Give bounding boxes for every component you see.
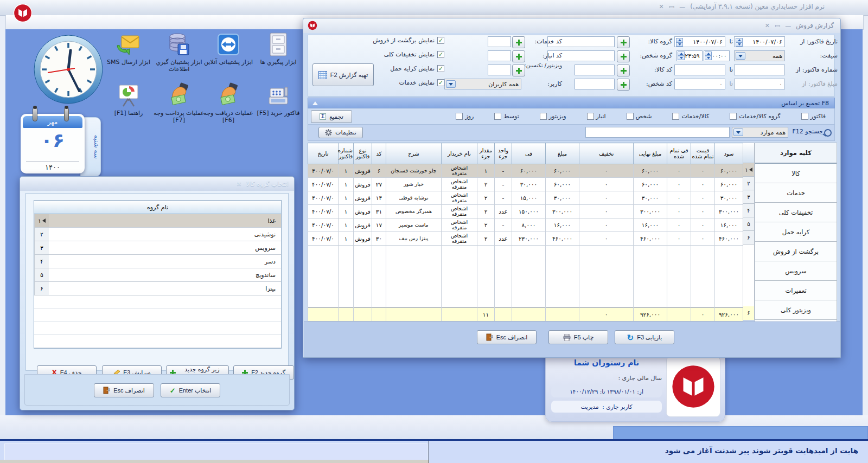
table-row[interactable]: ۳۰۰,۰۰۰۰۰۳۰۰,۰۰۰۰۳۰۰,۰۰۰۱۵۰,۰۰۰عدد۲اشخاص… [308,205,743,218]
aggregate-option-6[interactable]: توسط [494,113,519,120]
column-header[interactable]: فی [512,143,546,164]
checkbox-checked-icon[interactable] [437,79,444,86]
collapse-icon[interactable] [312,101,318,105]
table-row[interactable]: ۶۰,۰۰۰۰۰۶۰,۰۰۰۰۶۰,۰۰۰۶۰,۰۰۰-۱اشخاص متفرق… [308,164,743,178]
column-header[interactable]: واحد جزء [495,143,512,164]
checkbox-icon[interactable] [494,113,501,120]
table-row[interactable]: ۱۶,۰۰۰۰۰۱۶,۰۰۰۰۱۶,۰۰۰۸,۰۰۰-۲اشخاص متفرقه… [308,218,743,232]
row-number[interactable]: ۵ [743,217,755,231]
refresh-button[interactable]: بازیابی F3↻ [615,330,674,344]
sidebar-item-8[interactable]: ویزیتور کلی [755,300,837,320]
aggregate-option-1[interactable]: گروه کالا/خدمات [730,113,781,120]
aggregate-header[interactable]: F8 تجمیع بر اساس [308,98,835,108]
desktop-icon-pay-money[interactable]: عملیات پرداخت وجه [F7] [153,82,205,124]
cancel-button[interactable]: انصراف Esc [477,330,537,344]
checkbox-checked-icon[interactable] [437,65,444,72]
group-row-3[interactable]: دسر۴ [34,255,281,268]
desktop-icon-receive-money[interactable]: عملیات دریافت وجه [F6] [202,82,254,124]
column-header[interactable]: کد [372,143,386,164]
add-warehouse-button[interactable] [512,50,525,62]
column-header[interactable]: سود [715,143,743,164]
column-header[interactable]: مبلغ نهایی [634,143,667,164]
desktop-icon-sms[interactable]: ابزار ارسال SMS [103,31,155,66]
user-select[interactable]: همه کاربران [444,79,521,89]
row-number[interactable]: ۶ [743,231,755,245]
help-board-icon[interactable] [103,82,155,108]
aggregate-option-0[interactable]: فاکتور [801,113,826,120]
column-header[interactable]: شرح [386,143,442,164]
settings-button[interactable]: تنظیمات [318,127,363,138]
column-header[interactable]: نام خریدار [442,143,477,164]
amount-from-field[interactable]: ۰ [734,79,785,89]
checkbox-checked-icon[interactable] [437,51,444,58]
row-number[interactable]: ۱ [743,163,755,177]
close-icon[interactable]: ✕ [765,22,770,29]
time-from-field[interactable]: ۰۰:۰۰ [704,50,730,61]
minimize-icon[interactable]: — [785,22,791,29]
date-to-field[interactable]: ۱۴۰۰/۰۷/۰۶ [674,36,725,47]
sidebar-item-0[interactable]: کلیه موارد [755,143,837,164]
print-button[interactable]: چاپ F5 [548,330,608,344]
checkbox-icon[interactable] [672,113,679,120]
column-header[interactable]: تخفیف [579,143,634,164]
item-code-field[interactable] [575,65,615,75]
aggregate-button[interactable]: تجمیعΣ [311,110,352,123]
cash-register-icon[interactable] [252,82,304,108]
add-visitor-button[interactable] [512,65,525,76]
checkbox-icon[interactable] [540,113,547,120]
report-table[interactable]: سودقیمت تمام شدهفی تمام شدهمبلغ نهاییتخف… [308,143,743,321]
row-number[interactable]: ۲ [743,177,755,190]
date-from-field[interactable]: ۱۴۰۰/۰۷/۰۶ [734,36,785,47]
scrollbar-thumb[interactable] [613,426,868,440]
column-header[interactable]: فی تمام شده [667,143,691,164]
desktop-icon-file-cabinet[interactable]: ابزار پیگیري ها [252,31,304,66]
receive-money-icon[interactable] [202,82,254,108]
group-list[interactable]: نام گروه غذا۱نوشیدنی۲سرویس۳دسر۴ساندویچ۵پ… [34,200,282,349]
group-row-1[interactable]: نوشیدنی۲ [34,228,281,241]
column-header[interactable]: نوع فاکتور [354,143,372,164]
checkbox-icon[interactable] [627,113,634,120]
column-header[interactable]: قیمت تمام شده [691,143,715,164]
online-support-icon[interactable] [202,31,254,57]
desktop-icon-online-support[interactable]: ابزار پشتیبانی آنلاین [202,31,254,66]
checkbox-icon[interactable] [730,113,737,120]
amount-to-field[interactable]: ۰ [674,79,725,89]
add-service-code-button[interactable] [512,36,525,48]
sidebar-item-7[interactable]: تعمیرات [755,281,837,300]
group-row-4[interactable]: ساندویچ۵ [34,268,281,282]
warehouse-code-field[interactable] [488,50,511,61]
aggregate-option-7[interactable]: روز [456,113,474,120]
time-to-field[interactable]: ۲۳:۵۹ [676,50,703,61]
checkbox-icon[interactable] [456,113,463,120]
invoice-to-field[interactable] [674,65,725,75]
column-header[interactable]: مقدار جزء [477,143,495,164]
sidebar-item-4[interactable]: کرایه حمل [755,222,837,242]
aggregate-option-5[interactable]: ویزیتور [540,113,566,120]
sidebar-item-6[interactable]: سرویس [755,261,837,281]
group-row-5[interactable]: پیتزا۶ [34,282,281,295]
minimize-icon[interactable]: — [679,3,685,10]
dialog-cancel-button[interactable]: انصراف Esc [94,383,154,397]
desktop-icon-cash-register[interactable]: فاکتور خرید [F5] [252,82,304,117]
maximize-icon[interactable]: ▭ [669,3,674,10]
checkbox-icon[interactable] [587,113,594,120]
column-header[interactable]: مبلغ [546,143,579,164]
checkbox-icon[interactable] [801,113,808,120]
add-person-code-button[interactable] [617,79,630,91]
group-row-0[interactable]: غذا۱ [34,214,281,228]
shift-select[interactable]: همه [734,50,785,61]
show-option-1[interactable]: نمایش تخفیفات کلی [358,49,444,59]
sms-icon[interactable] [103,31,155,57]
table-row[interactable]: ۶۰,۰۰۰۰۰۶۰,۰۰۰۰۶۰,۰۰۰۳۰,۰۰۰-۲اشخاص متفرق… [308,178,743,191]
add-person-group-button[interactable] [617,50,630,62]
file-cabinet-icon[interactable] [252,31,304,57]
close-icon[interactable]: ✕ [659,3,664,10]
group-row-2[interactable]: سرویس۳ [34,241,281,255]
show-option-2[interactable]: نمایش کرایه حمل [358,63,444,73]
sidebar-item-1[interactable]: کالا [755,164,837,183]
dialog-select-button[interactable]: انتخاب Enter✓ [161,383,220,397]
row-number[interactable]: ۴ [743,204,755,217]
sidebar-item-5[interactable]: برگشت از فروش [755,242,837,261]
show-option-3[interactable]: نمایش خدمات [358,78,444,87]
aggregate-option-2[interactable]: کالا/خدمات [672,113,709,120]
